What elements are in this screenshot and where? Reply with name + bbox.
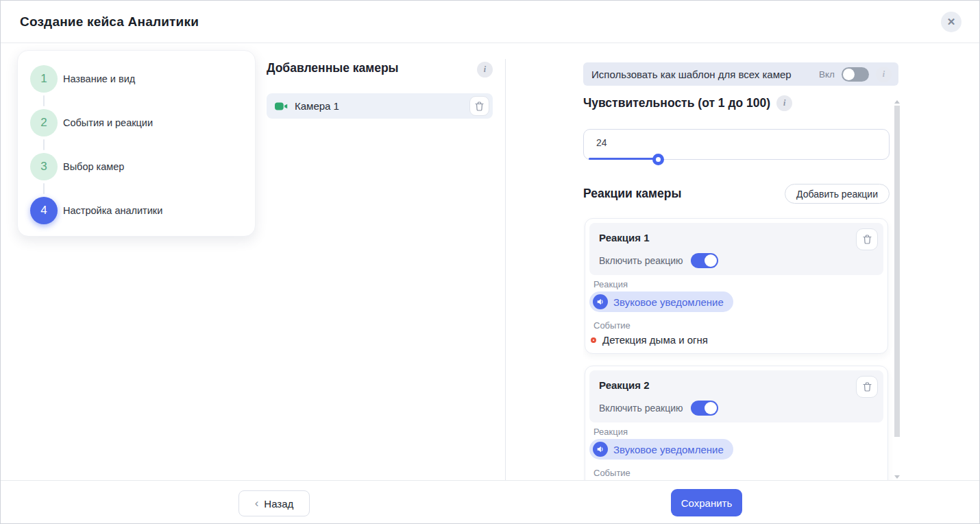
added-cameras-title: Добавленные камеры xyxy=(267,61,399,75)
event-row: Детекция дыма и огня xyxy=(591,334,708,346)
scrollbar-down-arrow[interactable] xyxy=(894,475,900,479)
reaction-title: Реакция 2 xyxy=(599,379,650,391)
reaction-field-label: Реакция xyxy=(593,279,628,289)
stepper-step-3[interactable]: 3 Выбор камер xyxy=(18,153,255,180)
info-glyph: i xyxy=(484,64,486,75)
info-glyph: i xyxy=(783,98,785,108)
sensitivity-header: Чувствительность (от 1 до 100) i xyxy=(583,95,792,111)
sound-icon xyxy=(593,442,608,457)
event-name: Детекция дыма и огня xyxy=(602,334,708,346)
settings-scrollbar[interactable] xyxy=(894,100,901,481)
reaction-card-1: Реакция 1 Включить реакцию Реакция xyxy=(585,218,888,354)
template-toggle-bar: Использовать как шаблон для всех камер В… xyxy=(583,62,898,86)
scrollbar-up-arrow[interactable] xyxy=(894,100,900,104)
added-cameras-info-icon[interactable]: i xyxy=(477,62,493,78)
create-analytics-case-dialog: Создание кейса Аналитики ✕ 1 Название и … xyxy=(0,0,980,524)
enable-reaction-label: Включить реакцию xyxy=(599,403,683,414)
toggle-knob xyxy=(843,69,855,80)
step-number-badge: 2 xyxy=(30,109,58,136)
enable-reaction-row: Включить реакцию xyxy=(599,401,718,416)
enable-reaction-label: Включить реакцию xyxy=(599,255,683,266)
save-button[interactable]: Сохранить xyxy=(671,489,742,516)
camera-list-item[interactable]: Камера 1 xyxy=(267,93,493,119)
back-button-label: Назад xyxy=(264,498,293,510)
sensitivity-title: Чувствительность (от 1 до 100) xyxy=(583,96,770,110)
stepper-step-1[interactable]: 1 Название и вид xyxy=(18,65,255,93)
sensitivity-value: 24 xyxy=(596,137,607,148)
stepper-connector xyxy=(43,183,45,194)
reaction-chip-label: Звуковое уведомление xyxy=(613,296,724,308)
step-number-badge: 4 xyxy=(30,197,58,224)
enable-reaction-row: Включить реакцию xyxy=(599,253,718,268)
chevron-left-icon: ‹ xyxy=(255,497,259,509)
step-label: Выбор камер xyxy=(63,153,124,180)
reaction-field-label: Реакция xyxy=(593,427,628,437)
wizard-stepper: 1 Название и вид 2 События и реакции 3 В… xyxy=(17,50,256,237)
reaction-chip[interactable]: Звуковое уведомление xyxy=(589,291,733,312)
trash-icon xyxy=(863,382,872,392)
sound-icon xyxy=(593,294,608,309)
dialog-header: Создание кейса Аналитики ✕ xyxy=(1,1,979,43)
delete-reaction-button[interactable] xyxy=(856,376,878,398)
delete-reaction-button[interactable] xyxy=(856,228,878,250)
enable-reaction-toggle[interactable] xyxy=(691,401,718,416)
sensitivity-slider-thumb[interactable] xyxy=(652,154,664,165)
reaction-chip-label: Звуковое уведомление xyxy=(613,444,724,455)
info-glyph: i xyxy=(883,69,885,80)
toggle-knob xyxy=(705,402,717,414)
step-label: События и реакции xyxy=(63,109,153,136)
back-button[interactable]: ‹ Назад xyxy=(238,490,310,516)
camera-icon xyxy=(275,102,289,111)
close-icon: ✕ xyxy=(947,16,956,28)
event-field-label: Событие xyxy=(593,468,630,478)
add-reaction-button[interactable]: Добавить реакции xyxy=(785,184,890,204)
sensitivity-info-icon[interactable]: i xyxy=(776,95,792,111)
reactions-header: Реакции камеры Добавить реакции xyxy=(583,184,890,204)
delete-camera-button[interactable] xyxy=(469,96,489,116)
dialog-footer: ‹ Назад Сохранить xyxy=(1,480,979,523)
close-button[interactable]: ✕ xyxy=(941,12,961,32)
dialog-body: 1 Название и вид 2 События и реакции 3 В… xyxy=(1,43,979,481)
template-toggle-label: Использовать как шаблон для всех камер xyxy=(591,69,819,80)
enable-reaction-toggle[interactable] xyxy=(691,253,718,268)
sensitivity-slider-track xyxy=(589,158,658,160)
analytics-settings-panel: Использовать как шаблон для всех камер В… xyxy=(583,62,898,481)
event-type-icon xyxy=(591,337,596,343)
panel-divider xyxy=(505,59,506,481)
toggle-state-label: Вкл xyxy=(819,69,835,80)
reaction-card-header: Реакция 1 Включить реакцию xyxy=(589,223,883,275)
step-label: Настройка аналитики xyxy=(63,197,162,224)
reaction-title: Реакция 1 xyxy=(599,232,650,243)
sensitivity-input[interactable]: 24 xyxy=(583,129,890,160)
trash-icon xyxy=(863,235,872,244)
reaction-chip[interactable]: Звуковое уведомление xyxy=(589,439,733,460)
camera-name: Камера 1 xyxy=(295,100,469,112)
reactions-title: Реакции камеры xyxy=(583,187,681,201)
step-number-badge: 3 xyxy=(30,153,58,180)
template-info-icon[interactable]: i xyxy=(876,67,892,82)
stepper-step-2[interactable]: 2 События и реакции xyxy=(18,109,255,136)
reaction-card-header: Реакция 2 Включить реакцию xyxy=(589,370,883,422)
event-field-label: Событие xyxy=(593,320,630,331)
template-toggle-switch[interactable] xyxy=(842,67,869,82)
reaction-card-2: Реакция 2 Включить реакцию Реакция xyxy=(585,366,888,481)
stepper-step-4-active[interactable]: 4 Настройка аналитики xyxy=(18,197,255,224)
stepper-connector xyxy=(43,95,45,106)
dialog-title: Создание кейса Аналитики xyxy=(20,1,199,43)
step-number-badge: 1 xyxy=(30,65,58,93)
step-label: Название и вид xyxy=(63,65,135,93)
stepper-connector xyxy=(43,139,45,150)
toggle-knob xyxy=(705,254,717,267)
scrollbar-thumb[interactable] xyxy=(894,106,900,437)
trash-icon xyxy=(475,102,484,111)
